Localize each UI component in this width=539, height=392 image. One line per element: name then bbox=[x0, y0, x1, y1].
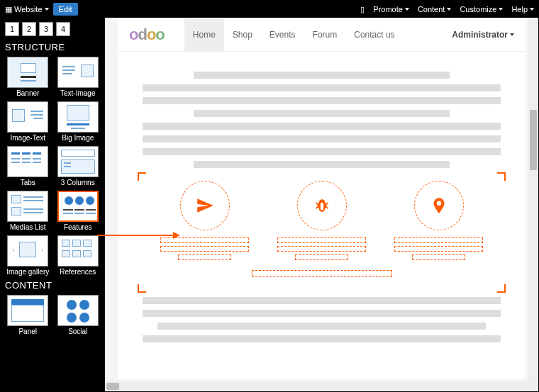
drag-arrow bbox=[97, 235, 179, 236]
feature-column-3[interactable] bbox=[394, 181, 483, 260]
page-4-button[interactable]: 4 bbox=[56, 22, 70, 36]
chevron-down-icon bbox=[530, 8, 534, 11]
nav-forum[interactable]: Forum bbox=[304, 18, 346, 51]
block-tabs[interactable]: Tabs bbox=[5, 146, 51, 186]
block-image-text[interactable]: Image-Text bbox=[5, 101, 51, 142]
pager: 1 2 3 4 bbox=[5, 22, 101, 36]
block-panel[interactable]: Panel bbox=[5, 295, 51, 335]
horizontal-scrollbar[interactable] bbox=[105, 381, 528, 391]
feature-column-1[interactable] bbox=[160, 181, 249, 260]
block-social[interactable]: Social bbox=[55, 295, 101, 335]
placeholder-line bbox=[143, 310, 501, 317]
website-menu[interactable]: ▦ Website bbox=[5, 5, 49, 14]
placeholder-line bbox=[143, 135, 501, 142]
map-pin-icon bbox=[414, 181, 464, 230]
page-2-button[interactable]: 2 bbox=[22, 22, 36, 36]
site-header: odoo Home Shop Events Forum Contact us A… bbox=[118, 18, 526, 52]
placeholder-line bbox=[143, 335, 501, 342]
placeholder-line bbox=[194, 161, 450, 168]
placeholder-line bbox=[157, 323, 487, 330]
placeholder-line bbox=[143, 84, 501, 91]
features-drop-zone[interactable] bbox=[139, 174, 504, 291]
page-1-button[interactable]: 1 bbox=[5, 22, 19, 36]
block-text-image[interactable]: Text-Image bbox=[55, 57, 101, 97]
selection-corner bbox=[497, 284, 506, 293]
nav-shop[interactable]: Shop bbox=[224, 18, 261, 51]
block-references[interactable]: References bbox=[55, 235, 101, 276]
page-3-button[interactable]: 3 bbox=[39, 22, 53, 36]
placeholder-line bbox=[143, 97, 501, 104]
placeholder-line bbox=[143, 123, 501, 130]
block-image-gallery[interactable]: ‹ › Image gallery bbox=[5, 235, 51, 276]
chevron-down-icon bbox=[510, 33, 514, 36]
edit-button[interactable]: Edit bbox=[53, 3, 78, 16]
content-menu[interactable]: Content bbox=[418, 5, 452, 13]
placeholder-line bbox=[143, 297, 501, 304]
block-medias-list[interactable]: Medias List bbox=[5, 191, 51, 231]
chevron-down-icon bbox=[405, 8, 409, 11]
customize-menu[interactable]: Customize bbox=[460, 5, 503, 13]
block-big-image[interactable]: Big Image bbox=[55, 101, 101, 142]
structure-heading: STRUCTURE bbox=[5, 42, 101, 52]
chevron-down-icon bbox=[45, 8, 49, 11]
admin-menu[interactable]: Administrator bbox=[452, 30, 514, 40]
paper-plane-icon bbox=[180, 181, 230, 230]
chevron-down-icon bbox=[499, 8, 503, 11]
placeholder-line bbox=[252, 270, 392, 277]
scrollbar-thumb[interactable] bbox=[530, 110, 537, 170]
placeholder-line bbox=[143, 148, 501, 155]
mobile-icon[interactable]: ▯ bbox=[360, 5, 365, 14]
top-toolbar: ▦ Website Edit ▯ Promote Content Customi… bbox=[1, 1, 538, 18]
promote-menu[interactable]: Promote bbox=[373, 5, 409, 13]
placeholder-line bbox=[194, 110, 450, 117]
block-editor-panel: 1 2 3 4 STRUCTURE Banner bbox=[1, 18, 105, 391]
placeholder-line bbox=[194, 72, 450, 79]
preview-area: odoo Home Shop Events Forum Contact us A… bbox=[105, 18, 538, 391]
block-3-columns[interactable]: 3 Columns bbox=[55, 146, 101, 186]
selection-corner bbox=[497, 172, 506, 181]
website-page: odoo Home Shop Events Forum Contact us A… bbox=[118, 18, 526, 379]
chevron-down-icon bbox=[447, 8, 451, 11]
block-banner[interactable]: Banner bbox=[5, 57, 51, 97]
nav-contact[interactable]: Contact us bbox=[345, 18, 403, 51]
scrollbar-thumb[interactable] bbox=[106, 383, 119, 390]
selection-corner bbox=[138, 172, 146, 181]
vertical-scrollbar[interactable] bbox=[528, 18, 538, 391]
feature-column-2[interactable] bbox=[277, 181, 366, 260]
logo[interactable]: odoo bbox=[129, 26, 165, 44]
help-menu[interactable]: Help bbox=[511, 5, 534, 13]
page-body[interactable] bbox=[118, 52, 526, 362]
nav-events[interactable]: Events bbox=[261, 18, 304, 51]
selection-corner bbox=[138, 284, 146, 293]
content-heading: CONTENT bbox=[5, 280, 101, 291]
block-features[interactable]: Features bbox=[55, 191, 101, 231]
grid-icon: ▦ bbox=[5, 5, 12, 14]
nav-home[interactable]: Home bbox=[184, 18, 224, 51]
site-nav: Home Shop Events Forum Contact us bbox=[184, 18, 404, 51]
bug-icon bbox=[297, 181, 347, 230]
